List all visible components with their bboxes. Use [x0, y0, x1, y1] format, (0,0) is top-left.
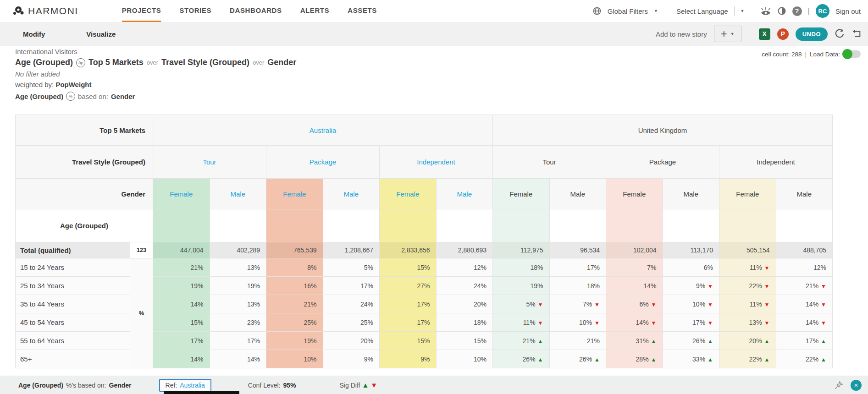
pin-icon[interactable] [834, 381, 843, 390]
age-row-label[interactable]: 15 to 24 Years [16, 258, 130, 277]
refresh-icon[interactable] [835, 29, 845, 39]
count-format-badge[interactable]: 123 [130, 242, 153, 258]
data-cell: 21% [153, 258, 210, 277]
styles-header-label: Travel Style (Grouped) [16, 146, 153, 179]
spacer-cell [436, 209, 493, 242]
horizontal-scrollbar-thumb[interactable] [164, 391, 239, 394]
spacer-cell [606, 209, 663, 242]
data-cell: 31%▲ [606, 332, 663, 350]
title-measure[interactable]: Age (Grouped) [15, 58, 73, 67]
select-language-button[interactable]: Select Language [676, 7, 728, 15]
preview-eye-icon[interactable] [760, 6, 771, 16]
style-header[interactable]: Tour [493, 146, 606, 179]
style-header[interactable]: Package [266, 146, 380, 179]
gender-header[interactable]: Female [606, 179, 663, 209]
cell-count: cell count: 288 [762, 51, 802, 58]
add-to-story-button[interactable]: + ▼ [714, 26, 741, 42]
age-row-label[interactable]: 65+ [16, 350, 130, 368]
style-header[interactable]: Independent [380, 146, 493, 179]
percent-icon[interactable]: % [66, 92, 75, 101]
based-on-value[interactable]: Gender [111, 93, 135, 100]
by-swap-icon[interactable]: by [76, 58, 85, 67]
tab-assets[interactable]: ASSETS [348, 0, 377, 22]
style-header[interactable]: Independent [719, 146, 833, 179]
help-icon[interactable]: ? [792, 6, 802, 16]
sign-out-button[interactable]: Sign out [835, 7, 861, 15]
total-row: Total (qualified)123447,004402,289765,53… [16, 242, 833, 258]
gender-header[interactable]: Male [436, 179, 493, 209]
gender-header[interactable]: Female [380, 179, 437, 209]
gender-header[interactable]: Male [663, 179, 719, 209]
gender-header[interactable]: Female [153, 179, 210, 209]
export-powerpoint-button[interactable]: P [777, 28, 789, 40]
avatar[interactable]: RC [816, 4, 829, 18]
gender-header[interactable]: Male [549, 179, 606, 209]
chevron-down-icon[interactable]: ▼ [741, 9, 745, 13]
style-header[interactable]: Tour [153, 146, 266, 179]
app-logo[interactable]: HARMONI [13, 5, 78, 17]
total-row-label: Total (qualified) [16, 242, 130, 258]
gender-header[interactable]: Female [266, 179, 323, 209]
data-cell: 27% [380, 277, 437, 295]
age-row-label[interactable]: 25 to 34 Years [16, 277, 130, 295]
export-excel-button[interactable]: X [759, 28, 770, 40]
divider: | [808, 6, 810, 16]
ref-value: Australia [180, 382, 205, 389]
close-icon[interactable]: × [851, 380, 862, 391]
load-data-toggle[interactable] [843, 50, 861, 58]
reset-view-icon[interactable] [851, 29, 862, 39]
global-filters-button[interactable]: Global Filters [608, 7, 648, 15]
confidence-level[interactable]: Conf Level: 95% [248, 382, 296, 389]
title-dim3[interactable]: Gender [267, 58, 296, 67]
sig-up-icon: ▲ [651, 356, 657, 363]
data-cell: 17% [380, 313, 437, 332]
market-header[interactable]: Australia [153, 115, 493, 146]
data-cell: 21%▼ [776, 277, 833, 295]
data-cell: 25% [323, 313, 380, 332]
gender-header[interactable]: Female [719, 179, 776, 209]
gender-header[interactable]: Male [323, 179, 380, 209]
sig-up-icon: ▲ [821, 356, 826, 363]
market-header[interactable]: United Kingdom [493, 115, 833, 146]
brand-name: HARMONI [28, 5, 78, 16]
total-cell: 112,975 [493, 242, 550, 258]
sig-up-icon: ▲ [651, 338, 657, 345]
data-cell: 13% [210, 258, 266, 277]
contrast-icon[interactable] [777, 6, 786, 16]
age-row-label[interactable]: 55 to 64 Years [16, 332, 130, 350]
tab-alerts[interactable]: ALERTS [300, 0, 330, 22]
sig-up-icon: ▲ [708, 356, 713, 363]
title-dim1[interactable]: Top 5 Markets [88, 58, 144, 67]
chevron-down-icon[interactable]: ▼ [654, 9, 658, 13]
sig-diff-control[interactable]: Sig Diff ▲ ▼ [340, 381, 378, 389]
age-row-label[interactable]: 45 to 54 Years [16, 313, 130, 332]
globe-icon [592, 6, 602, 16]
tab-projects[interactable]: PROJECTS [122, 0, 161, 22]
filter-note[interactable]: No filter added [15, 70, 296, 78]
data-cell: 14%▼ [776, 313, 833, 332]
gender-header[interactable]: Female [493, 179, 550, 209]
chevron-down-icon: ▼ [730, 32, 735, 36]
weight-variable[interactable]: PopWeight [55, 81, 91, 88]
sig-down-icon: ▼ [821, 301, 826, 308]
footer-based-value[interactable]: Gender [109, 382, 132, 389]
age-row-label[interactable]: 35 to 44 Years [16, 295, 130, 313]
gender-header[interactable]: Male [776, 179, 833, 209]
title-dim2[interactable]: Travel Style (Grouped) [161, 58, 249, 67]
gender-header[interactable]: Male [210, 179, 266, 209]
data-cell: 23% [210, 313, 266, 332]
data-cell: 15% [380, 332, 437, 350]
modify-tab[interactable]: Modify [23, 30, 45, 38]
tab-dashboards[interactable]: DASHBOARDS [230, 0, 282, 22]
data-cell: 22%▼ [719, 277, 776, 295]
reference-selector[interactable]: Ref: Australia [159, 379, 211, 392]
data-cell: 9% [380, 350, 437, 368]
style-header[interactable]: Package [606, 146, 719, 179]
undo-button[interactable]: UNDO [796, 27, 828, 41]
visualize-tab[interactable]: Visualize [86, 30, 116, 38]
load-data-label: Load Data: [810, 51, 840, 58]
data-cell: 11%▼ [719, 295, 776, 313]
sig-up-icon: ▲ [538, 356, 543, 363]
data-cell: 26%▲ [493, 350, 550, 368]
tab-stories[interactable]: STORIES [179, 0, 211, 22]
